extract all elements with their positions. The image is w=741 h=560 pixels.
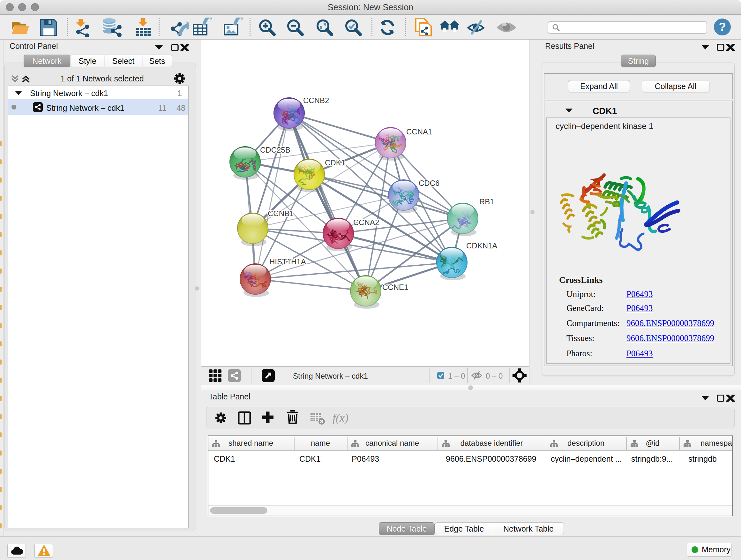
svg-text:CCNB2: CCNB2	[303, 96, 329, 105]
svg-text:CDC25B: CDC25B	[260, 145, 290, 154]
svg-text:CDK1: CDK1	[325, 159, 345, 167]
svg-text:CCNB1: CCNB1	[268, 209, 293, 218]
svg-text:CCNA2: CCNA2	[353, 218, 379, 227]
svg-text:RB1: RB1	[479, 197, 494, 206]
svg-text:CCNA1: CCNA1	[406, 127, 432, 136]
svg-text:CDC6: CDC6	[419, 179, 440, 187]
svg-text:HIST1H1A: HIST1H1A	[269, 257, 306, 266]
svg-text:CDKN1A: CDKN1A	[466, 241, 497, 250]
svg-text:CCNE1: CCNE1	[382, 283, 408, 292]
